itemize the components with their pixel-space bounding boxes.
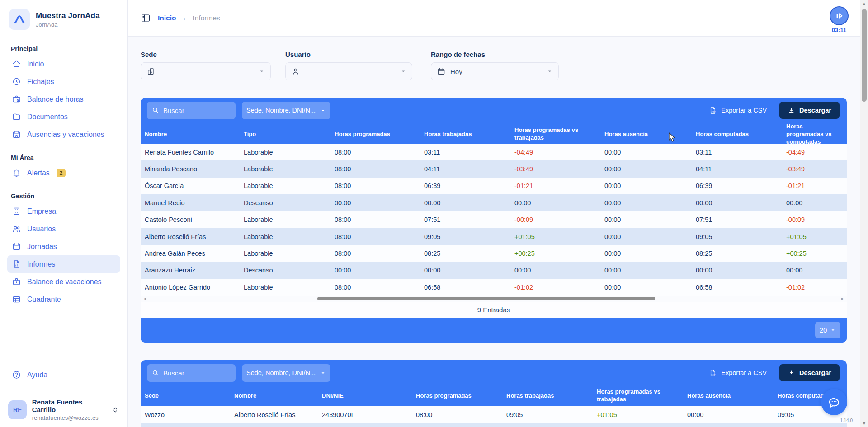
export-csv-button[interactable]: CSV Exportar a CSV <box>708 369 767 377</box>
column-header-horas-ausencia[interactable]: Horas ausencia <box>604 131 696 138</box>
table-cell: -00:09 <box>786 216 842 223</box>
table-cell: 09:05 <box>424 233 514 240</box>
column-header-tipo[interactable]: Tipo <box>244 131 335 138</box>
table-cell: -04:49 <box>786 149 842 156</box>
section-label-mi-area: Mi Área <box>11 154 117 161</box>
column-header-horas-programadas-vs-trabajadas[interactable]: Horas programadas vs trabajadas <box>597 388 687 404</box>
column-header-horas-programadas-vs-computadas[interactable]: Horas programadas vs computadas <box>786 123 842 146</box>
table-cell: +00:25 <box>786 250 842 257</box>
sidebar-item-label: Balance de vacaciones <box>27 278 102 286</box>
table-cell: 00:00 <box>514 267 604 274</box>
chat-button[interactable] <box>821 389 847 415</box>
sidebar-item-documentos[interactable]: Documentos <box>7 108 120 126</box>
breadcrumb-current: Informes <box>193 14 220 22</box>
sidebar-toggle-icon[interactable] <box>141 13 151 23</box>
sidebar-item-inicio[interactable]: Inicio <box>7 55 120 73</box>
horizontal-scrollbar-thumb[interactable] <box>317 297 655 300</box>
search-input[interactable] <box>163 369 222 377</box>
column-filter-select[interactable]: Sede, Nombre, DNI/N... <box>242 364 330 382</box>
download-button[interactable]: Descargar <box>779 364 840 381</box>
chevron-down-icon <box>259 68 265 75</box>
table-row[interactable]: Aranzazu HerraizDescanso00:0000:0000:000… <box>141 262 847 279</box>
page-size-select[interactable]: 20 <box>815 322 840 338</box>
sidebar-item-empresa[interactable]: Empresa <box>7 202 120 220</box>
column-header-horas-ausencia[interactable]: Horas ausencia <box>687 392 778 400</box>
sidebar-item-informes[interactable]: Informes <box>7 255 120 273</box>
column-header-nombre[interactable]: Nombre <box>145 131 244 138</box>
avatar: RF <box>8 400 27 419</box>
sidebar-item-alertas[interactable]: Alertas 2 <box>7 164 120 182</box>
sede-select[interactable] <box>141 62 271 80</box>
table-cell: Alberto Roselló Frías <box>145 233 244 240</box>
table-row[interactable]: Alberto Roselló FríasLaborable08:0009:05… <box>141 228 847 245</box>
sidebar-item-label: Alertas <box>27 169 50 177</box>
download-label: Descargar <box>799 107 831 114</box>
sidebar-item-ausencias-y-vacaciones[interactable]: Ausencias y vacaciones <box>7 126 120 143</box>
column-header-dni-nie[interactable]: DNI/NIE <box>322 392 416 400</box>
table-cell: Minanda Pescano <box>145 165 244 173</box>
sidebar-item-ayuda[interactable]: Ayuda <box>7 366 120 384</box>
table-cell: 08:00 <box>416 411 506 418</box>
chevron-down-icon <box>547 68 553 75</box>
user-menu[interactable]: RF Renata Fuentes Carrillo renatafuentes… <box>0 392 127 427</box>
table-row[interactable]: Andrea Galán PecesLaborable08:0008:25+00… <box>141 245 847 262</box>
sidebar-item-usuarios[interactable]: Usuarios <box>7 220 120 238</box>
sidebar-item-fichajes[interactable]: Fichajes <box>7 73 120 90</box>
sidebar-item-label: Fichajes <box>27 78 54 86</box>
column-header-horas-programadas[interactable]: Horas programadas <box>416 392 506 400</box>
table-search-box[interactable] <box>147 102 236 119</box>
column-header-horas-computadas[interactable]: Horas computadas <box>696 131 786 138</box>
app-version: 1.14.0 <box>840 418 853 423</box>
table-row[interactable]: Minanda PescanoLaborable08:0004:11-03:49… <box>141 160 847 177</box>
chevron-down-icon <box>320 108 326 113</box>
table-cell: 09:05 <box>696 233 786 240</box>
table-cell: 24390070I <box>322 411 416 418</box>
svg-text:CSV: CSV <box>712 373 716 375</box>
section-label-gestion: Gestión <box>11 192 117 200</box>
scroll-up-arrow-icon[interactable]: ▲ <box>860 1 868 6</box>
column-header-horas-programadas[interactable]: Horas programadas <box>335 131 424 138</box>
breadcrumb-home-link[interactable]: Inicio <box>158 14 176 22</box>
table-cell: 08:00 <box>335 250 424 257</box>
column-header-horas-programadas-vs-trabajadas[interactable]: Horas programadas vs trabajadas <box>514 127 604 142</box>
vertical-scrollbar[interactable]: ▲ ▼ <box>860 0 868 427</box>
export-csv-button[interactable]: CSV Exportar a CSV <box>708 106 767 115</box>
column-header-sede[interactable]: Sede <box>145 392 234 400</box>
horizontal-scrollbar[interactable]: ◄ ► <box>141 296 847 302</box>
table-cell: 00:00 <box>604 216 696 223</box>
table-row[interactable]: Renata Fuentes CarrilloLaborable08:0003:… <box>141 144 847 160</box>
search-input[interactable] <box>163 107 222 114</box>
column-header-horas-trabajadas[interactable]: Horas trabajadas <box>506 392 597 400</box>
column-header-horas-trabajadas[interactable]: Horas trabajadas <box>424 131 514 138</box>
download-button[interactable]: Descargar <box>779 102 840 119</box>
table-cell: 06:39 <box>424 182 514 189</box>
bell-icon <box>12 168 21 178</box>
rango-fechas-select[interactable]: Hoy <box>431 62 559 80</box>
sidebar-item-balance-de-vacaciones[interactable]: Balance de vacaciones <box>7 273 120 291</box>
scroll-right-arrow-icon[interactable]: ► <box>840 296 844 302</box>
play-button[interactable] <box>830 6 849 25</box>
table-row[interactable]: Óscar GarcíaLaborable08:0006:39-01:2100:… <box>141 178 847 194</box>
column-header-nombre[interactable]: Nombre <box>234 392 322 400</box>
table-row[interactable]: Antonio López GarridoLaborable08:0006:58… <box>141 279 847 296</box>
sidebar-item-jornadas[interactable]: Jornadas <box>7 238 120 255</box>
csv-file-icon: CSV <box>708 106 717 115</box>
table-row[interactable]: Manuel RecioDescanso00:0000:0000:0000:00… <box>141 194 847 211</box>
table-cell: Laborable <box>244 216 335 223</box>
table-row[interactable]: WozzoAlberto Roselló Frías24390070I08:00… <box>141 406 847 423</box>
filter-label-rango: Rango de fechas <box>431 51 559 58</box>
sidebar-item-cuadrante[interactable]: Cuadrante <box>7 291 120 308</box>
column-filter-select[interactable]: Sede, Nombre, DNI/N... <box>242 102 330 119</box>
table-cell: 06:58 <box>696 284 786 291</box>
scroll-down-arrow-icon[interactable]: ▼ <box>860 421 868 426</box>
vertical-scrollbar-thumb[interactable] <box>862 9 867 102</box>
chevron-up-down-icon[interactable] <box>111 406 119 414</box>
table-search-box[interactable] <box>147 364 236 382</box>
sidebar-item-balance-de-horas[interactable]: Balance de horas <box>7 90 120 108</box>
usuario-select[interactable] <box>285 62 412 80</box>
table-cell: 00:00 <box>604 284 696 291</box>
table-cell: 04:11 <box>424 165 514 173</box>
alert-count-badge: 2 <box>57 169 66 177</box>
scroll-left-arrow-icon[interactable]: ◄ <box>143 296 147 302</box>
table-row[interactable]: Castolo PesconiLaborable08:0007:51-00:09… <box>141 211 847 228</box>
